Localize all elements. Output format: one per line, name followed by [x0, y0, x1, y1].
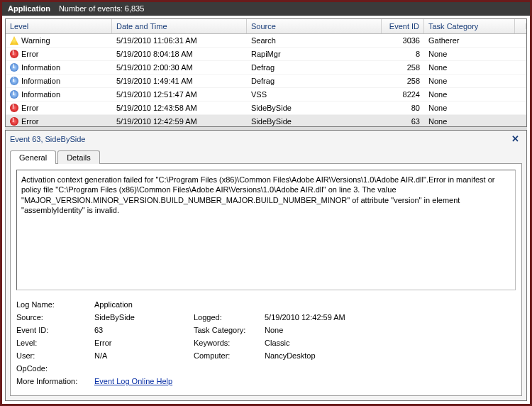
- title-bar: Application Number of events: 6,835: [2, 2, 530, 16]
- cell-date: 5/19/2010 12:51:47 AM: [112, 89, 247, 100]
- k-opcode: OpCode:: [16, 364, 94, 373]
- col-header-category[interactable]: Task Category: [424, 19, 515, 33]
- cell-date: 5/19/2010 11:06:31 AM: [112, 35, 247, 46]
- scroll-stub: [515, 23, 526, 29]
- cell-eventid: 80: [382, 102, 424, 114]
- grid-header: Level Date and Time Source Event ID Task…: [6, 19, 526, 34]
- tab-body-general: Activation context generation failed for…: [10, 163, 522, 396]
- tab-general[interactable]: General: [10, 150, 56, 164]
- cell-date: 5/19/2010 2:00:30 AM: [112, 62, 247, 73]
- cell-source: Defrag: [247, 62, 382, 73]
- cell-category: None: [424, 62, 526, 73]
- cell-level: Warning: [21, 36, 50, 45]
- cell-eventid: 258: [382, 75, 424, 87]
- detail-title-bar: Event 63, SideBySide ✕: [6, 131, 526, 147]
- cell-source: Search: [247, 35, 382, 46]
- k-computer: Computer:: [194, 351, 265, 360]
- k-level: Level:: [16, 339, 94, 347]
- cell-category: Gatherer: [424, 35, 526, 46]
- cell-source: Defrag: [247, 75, 382, 87]
- event-message[interactable]: Activation context generation failed for…: [16, 170, 516, 290]
- cell-eventid: 63: [382, 116, 424, 126]
- cell-level: Information: [21, 90, 60, 99]
- cell-eventid: 3036: [382, 35, 424, 46]
- cell-eventid: 8: [382, 48, 424, 60]
- col-header-level[interactable]: Level: [6, 19, 112, 33]
- cell-category: None: [424, 75, 526, 87]
- v-source: SideBySide: [94, 313, 194, 322]
- cell-source: SideBySide: [247, 116, 382, 126]
- k-logged: Logged:: [194, 313, 265, 322]
- info-icon: [10, 63, 18, 72]
- cell-source: RapiMgr: [247, 48, 382, 60]
- event-viewer-window: Application Number of events: 6,835 Leve…: [0, 0, 532, 406]
- cell-category: None: [424, 48, 526, 60]
- k-logname: Log Name:: [16, 300, 94, 309]
- v-opcode: [94, 364, 516, 373]
- k-eid: Event ID:: [16, 326, 94, 334]
- grid-body[interactable]: Warning5/19/2010 11:06:31 AMSearch3036Ga…: [6, 34, 526, 126]
- cell-category: None: [424, 89, 526, 100]
- v-level: Error: [94, 339, 194, 347]
- v-user: N/A: [94, 351, 194, 360]
- v-cat: None: [265, 326, 516, 334]
- table-row[interactable]: Error5/19/2010 12:43:58 AMSideBySide80No…: [6, 102, 526, 115]
- cell-source: VSS: [247, 89, 382, 100]
- warn-icon: [10, 36, 18, 45]
- cell-date: 5/19/2010 1:49:41 AM: [112, 75, 247, 87]
- k-source: Source:: [16, 313, 94, 322]
- k-moreinfo: More Information:: [16, 377, 94, 385]
- table-row[interactable]: Error5/19/2010 12:42:59 AMSideBySide63No…: [6, 115, 526, 126]
- cell-date: 5/19/2010 8:04:18 AM: [112, 48, 247, 60]
- err-icon: [10, 117, 18, 126]
- cell-date: 5/19/2010 12:42:59 AM: [112, 116, 247, 126]
- info-icon: [10, 77, 18, 85]
- cell-level: Error: [21, 50, 38, 58]
- table-row[interactable]: Warning5/19/2010 11:06:31 AMSearch3036Ga…: [6, 34, 526, 48]
- event-grid: Level Date and Time Source Event ID Task…: [5, 18, 527, 127]
- cell-eventid: 258: [382, 62, 424, 73]
- cell-level: Error: [21, 104, 38, 112]
- detail-title: Event 63, SideBySide: [10, 135, 85, 143]
- event-properties: Log Name: Application Source: SideBySide…: [16, 300, 516, 385]
- table-row[interactable]: Information5/19/2010 1:49:41 AMDefrag258…: [6, 75, 526, 88]
- v-computer: NancyDesktop: [265, 351, 516, 360]
- detail-pane: Event 63, SideBySide ✕ General Details A…: [5, 130, 527, 401]
- k-user: User:: [16, 351, 94, 360]
- v-logged: 5/19/2010 12:42:59 AM: [265, 313, 516, 322]
- close-icon[interactable]: ✕: [509, 133, 522, 144]
- col-header-source[interactable]: Source: [247, 19, 382, 33]
- k-cat: Task Category:: [194, 326, 265, 334]
- col-header-eventid[interactable]: Event ID: [382, 19, 424, 33]
- v-eid: 63: [94, 326, 194, 334]
- v-keywords: Classic: [265, 339, 516, 347]
- cell-category: None: [424, 116, 526, 126]
- cell-date: 5/19/2010 12:43:58 AM: [112, 102, 247, 114]
- cell-eventid: 8224: [382, 89, 424, 100]
- table-row[interactable]: Error5/19/2010 8:04:18 AMRapiMgr8None: [6, 48, 526, 61]
- tabs: General Details: [10, 150, 522, 163]
- app-name: Application: [8, 4, 50, 13]
- table-row[interactable]: Information5/19/2010 12:51:47 AMVSS8224N…: [6, 88, 526, 102]
- cell-level: Error: [21, 117, 38, 126]
- table-row[interactable]: Information5/19/2010 2:00:30 AMDefrag258…: [6, 61, 526, 75]
- cell-level: Information: [21, 63, 60, 72]
- cell-level: Information: [21, 77, 60, 85]
- event-log-help-link[interactable]: Event Log Online Help: [94, 377, 172, 385]
- col-header-date[interactable]: Date and Time: [112, 19, 247, 33]
- err-icon: [10, 104, 18, 112]
- k-keywords: Keywords:: [194, 339, 265, 347]
- err-icon: [10, 50, 18, 58]
- event-count: Number of events: 6,835: [59, 4, 144, 13]
- v-logname: Application: [94, 300, 516, 309]
- cell-category: None: [424, 102, 526, 114]
- tab-details[interactable]: Details: [57, 150, 100, 164]
- cell-source: SideBySide: [247, 102, 382, 114]
- info-icon: [10, 90, 18, 99]
